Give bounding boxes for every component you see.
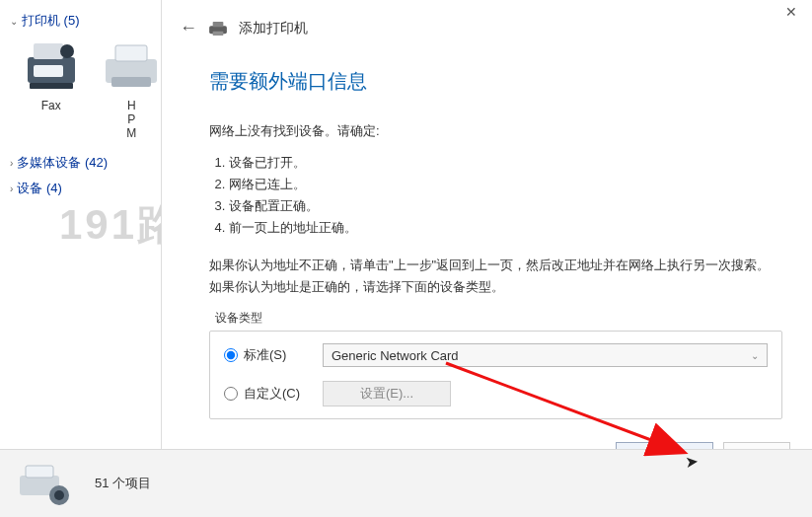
radio-custom-input[interactable] xyxy=(224,387,238,401)
printer-grid: Fax H P M xyxy=(10,37,163,140)
printer-item-fax[interactable]: Fax xyxy=(20,37,83,140)
devices-icon xyxy=(16,460,75,507)
svg-rect-7 xyxy=(111,77,151,87)
category-label: 设备 (4) xyxy=(17,180,62,197)
chevron-right-icon: › xyxy=(10,184,13,194)
svg-rect-6 xyxy=(115,45,147,61)
device-type-section: 设备类型 标准(S) Generic Network Card ⌄ 自定义(C)… xyxy=(209,310,782,419)
radio-standard-input[interactable] xyxy=(224,348,238,362)
radio-custom[interactable]: 自定义(C) xyxy=(224,385,323,403)
category-devices[interactable]: › 设备 (4) xyxy=(10,180,163,197)
device-type-combo[interactable]: Generic Network Card ⌄ xyxy=(323,343,768,367)
radio-custom-label: 自定义(C) xyxy=(244,385,300,403)
status-text: 51 个项目 xyxy=(95,475,151,492)
advice-text: 如果你认为地址不正确，请单击"上一步"返回到上一页，然后改正地址并在网络上执行另… xyxy=(209,255,782,298)
radio-standard-label: 标准(S) xyxy=(244,346,286,364)
device-type-box: 标准(S) Generic Network Card ⌄ 自定义(C) 设置(E… xyxy=(209,331,782,419)
fax-icon xyxy=(22,37,81,93)
checklist-item: 设备配置正确。 xyxy=(229,195,782,217)
back-button[interactable]: ← xyxy=(180,18,197,38)
settings-button: 设置(E)... xyxy=(323,381,451,406)
checklist-item: 前一页上的地址正确。 xyxy=(229,217,782,239)
intro-text: 网络上没有找到设备。请确定: xyxy=(209,120,782,142)
svg-rect-4 xyxy=(30,83,73,89)
checklist-item: 设备已打开。 xyxy=(229,152,782,174)
background-panel: ⌄ 打印机 (5) Fax H P M › 多媒体设备 (42) › xyxy=(0,0,173,449)
printer-item-hp[interactable]: H P M xyxy=(101,37,164,140)
svg-point-14 xyxy=(54,490,64,500)
chevron-down-icon: ⌄ xyxy=(10,16,18,27)
printer-label: Fax xyxy=(41,99,61,112)
svg-rect-12 xyxy=(26,466,53,478)
section-title: 需要额外端口信息 xyxy=(209,68,812,95)
category-label: 打印机 (5) xyxy=(22,12,80,30)
svg-rect-2 xyxy=(34,65,63,77)
printer-label: H P M xyxy=(126,99,136,140)
dialog-body: 网络上没有找到设备。请确定: 设备已打开。 网络已连上。 设备配置正确。 前一页… xyxy=(209,120,782,298)
device-type-label: 设备类型 xyxy=(215,310,782,327)
category-printers[interactable]: ⌄ 打印机 (5) xyxy=(10,12,163,30)
add-printer-dialog: ✕ ← 添加打印机 需要额外端口信息 网络上没有找到设备。请确定: 设备已打开。… xyxy=(161,0,812,483)
dialog-header: ← 添加打印机 xyxy=(162,0,812,46)
radio-standard[interactable]: 标准(S) xyxy=(224,346,323,364)
category-media[interactable]: › 多媒体设备 (42) xyxy=(10,154,163,172)
svg-rect-9 xyxy=(213,21,224,26)
printer-icon xyxy=(102,37,161,93)
close-button[interactable]: ✕ xyxy=(776,4,806,26)
svg-point-3 xyxy=(60,44,74,58)
category-label: 多媒体设备 (42) xyxy=(17,154,108,172)
status-bar: 51 个项目 xyxy=(0,449,812,517)
svg-rect-10 xyxy=(213,31,224,35)
dialog-title: 添加打印机 xyxy=(239,20,308,37)
checklist: 设备已打开。 网络已连上。 设备配置正确。 前一页上的地址正确。 xyxy=(209,152,782,239)
combo-value: Generic Network Card xyxy=(332,348,459,363)
checklist-item: 网络已连上。 xyxy=(229,174,782,195)
chevron-down-icon: ⌄ xyxy=(751,350,759,361)
chevron-right-icon: › xyxy=(10,158,13,169)
printer-icon xyxy=(207,21,229,37)
svg-rect-1 xyxy=(34,43,63,59)
